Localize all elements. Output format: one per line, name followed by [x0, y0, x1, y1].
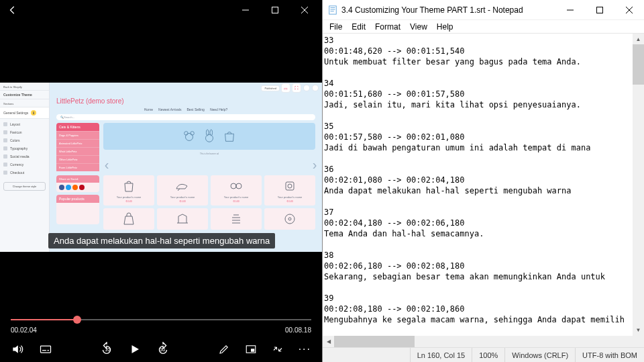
play-button[interactable]: [129, 343, 141, 355]
rss-icon: [72, 185, 78, 190]
svg-rect-17: [41, 346, 51, 353]
share-icons: [56, 183, 99, 192]
svg-rect-1: [272, 7, 278, 13]
banner-ad: This is the banner ad: [103, 123, 315, 150]
more-icon[interactable]: ···: [299, 343, 311, 355]
video-player-window: Back to Shopify Customize Theme Sections…: [0, 0, 322, 362]
status-position: Ln 160, Col 15: [410, 348, 472, 362]
menu-item[interactable]: View: [406, 22, 431, 32]
theme-name: Customize Theme: [0, 91, 49, 99]
status-dot-1: [304, 85, 309, 91]
nav-item: Best Selling: [186, 107, 204, 111]
store-topbar: Published ▭ ⛶: [50, 83, 322, 93]
general-settings-tab: General Settings ⬇: [0, 107, 49, 119]
timeline[interactable]: [11, 314, 311, 325]
product-card: [157, 208, 208, 230]
svg-rect-13: [286, 182, 294, 190]
svg-point-10: [231, 183, 236, 189]
change-theme-button: Change theme style: [3, 182, 46, 191]
menu-item[interactable]: Format: [371, 22, 405, 32]
svg-rect-27: [597, 7, 603, 13]
notepad-icon: [328, 5, 337, 15]
search-input: 🔍 Search...: [56, 114, 315, 120]
store-nav: HomeNewest ArrivalsBest SellingNeed Help…: [56, 106, 315, 114]
bunny-icon: [202, 129, 217, 144]
np-minimize-button[interactable]: [555, 0, 585, 20]
menu-item[interactable]: Edit: [347, 22, 370, 32]
pinterest-icon: [79, 185, 85, 190]
scroll-down-icon[interactable]: ▼: [633, 324, 644, 336]
sidebar-item: Colors: [0, 136, 49, 144]
notepad-statusbar: Ln 160, Col 15 100% Windows (CRLF) UTF-8…: [323, 347, 644, 362]
close-button[interactable]: [290, 0, 319, 20]
bag-icon: [222, 129, 237, 144]
category-column: Cats & Kittens Dogs & PuppiesAnimated Li…: [56, 123, 99, 171]
category-item: Wish LittlePetz: [56, 147, 99, 155]
captions-icon[interactable]: [39, 343, 52, 356]
fullscreen-view-icon: ⛶: [292, 84, 301, 92]
vscroll-thumb[interactable]: [633, 44, 644, 85]
svg-point-6: [186, 133, 193, 140]
menu-item[interactable]: Help: [433, 22, 458, 32]
category-item: Animated LittlePetz: [56, 139, 99, 147]
minimize-button[interactable]: [231, 0, 260, 20]
menu-item[interactable]: File: [325, 22, 346, 32]
popular-body: [56, 203, 99, 224]
volume-icon[interactable]: [11, 343, 24, 356]
mini-view-icon[interactable]: [245, 343, 257, 355]
time-current: 00.02.04: [11, 326, 37, 334]
hscroll-thumb[interactable]: [334, 336, 415, 347]
twitter-icon: [66, 185, 71, 190]
skip-forward-button[interactable]: 30: [156, 342, 170, 357]
skip-back-button[interactable]: 10: [99, 342, 114, 357]
timeline-thumb[interactable]: [73, 316, 81, 324]
np-close-button[interactable]: [614, 0, 644, 20]
notepad-text[interactable]: 33 00:01:48,620 --> 00:01:51,540 Untuk m…: [323, 34, 644, 347]
sidebar-item: Social media: [0, 152, 49, 161]
video-titlebar: [0, 0, 322, 20]
horizontal-scrollbar[interactable]: ◀ ▶: [323, 336, 644, 347]
video-viewport[interactable]: Back to Shopify Customize Theme Sections…: [0, 20, 322, 314]
video-caption: Anda dapat melakukan hal-hal seperti men…: [48, 233, 275, 248]
fullscreen-icon[interactable]: [272, 343, 284, 355]
highlight-icon: ⬇: [31, 110, 36, 116]
search-row: 🔍 Search...: [56, 114, 315, 120]
vertical-scrollbar[interactable]: ▲ ▼: [633, 34, 644, 336]
status-eol: Windows (CRLF): [504, 348, 575, 362]
svg-point-11: [236, 183, 241, 189]
publish-badge: Published: [262, 86, 279, 91]
product-card: Your product's name€15.00: [264, 175, 315, 206]
sidebar-item: Typography: [0, 144, 49, 152]
sidebar-item: Favicon: [0, 128, 49, 136]
status-encoding: UTF-8 with BOM: [575, 348, 644, 362]
edit-icon[interactable]: [218, 343, 230, 355]
mobile-view-icon: ▭: [282, 84, 290, 92]
scroll-up-icon[interactable]: ▲: [633, 34, 644, 45]
sections-tab: Sections: [0, 99, 49, 107]
back-icon[interactable]: [8, 5, 17, 15]
carousel-next-icon: ›: [309, 154, 321, 175]
category-item: Dogs & Puppies: [56, 131, 99, 139]
store-editor-sidebar: Back to Shopify Customize Theme Sections…: [0, 83, 50, 252]
maximize-button[interactable]: [260, 0, 290, 20]
product-card: [211, 208, 262, 230]
share-label: Share on Social:: [56, 175, 99, 183]
sidebar-item: Currency: [0, 161, 49, 169]
notepad-window: 3.4 Customizing Your Theme PART 1.srt - …: [322, 0, 644, 362]
svg-point-15: [285, 214, 294, 224]
product-card: [264, 208, 315, 230]
notepad-titlebar: 3.4 Customizing Your Theme PART 1.srt - …: [323, 0, 644, 20]
np-maximize-button[interactable]: [585, 0, 614, 20]
notepad-title: 3.4 Customizing Your Theme PART 1.srt - …: [341, 5, 523, 15]
back-to-shopify-link: Back to Shopify: [0, 83, 49, 91]
notepad-body: 33 00:01:48,620 --> 00:01:51,540 Untuk m…: [323, 34, 644, 347]
category-item: Other LittlePetz: [56, 155, 99, 163]
time-total: 00.08.18: [285, 326, 311, 334]
store-preview: LittlePetz (demo store) HomeNewest Arriv…: [50, 93, 322, 252]
video-controls-bar: 00.02.04 00.08.18 10 30 ···: [0, 314, 322, 362]
sidebar-item: Layout: [0, 120, 49, 128]
product-card: Your product's name€15.00: [211, 175, 262, 206]
svg-point-16: [288, 218, 291, 220]
nav-item: Need Help?: [210, 107, 227, 111]
scroll-left-icon[interactable]: ◀: [323, 336, 334, 347]
